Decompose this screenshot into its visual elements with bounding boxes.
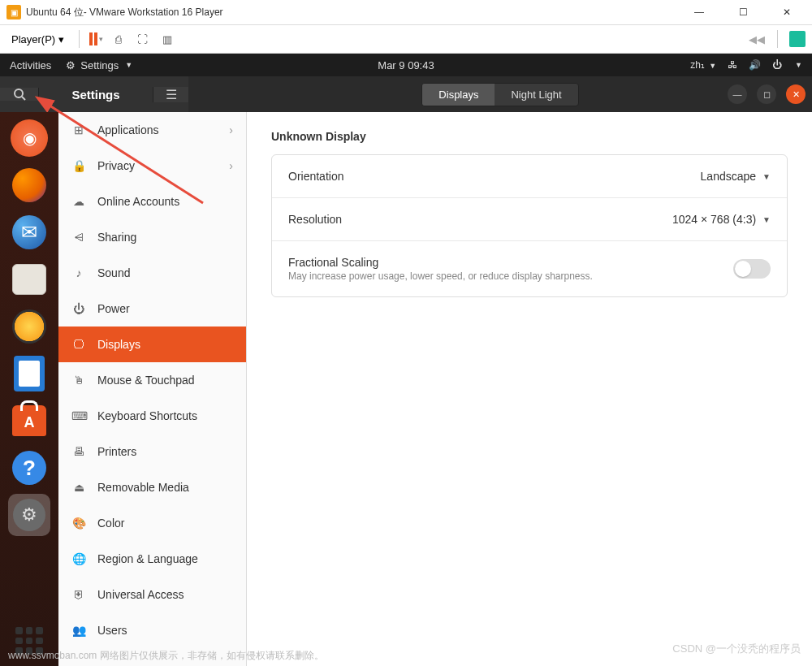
- tab-night-light[interactable]: Night Light: [495, 84, 577, 106]
- universal-access-icon: ⛨: [71, 588, 86, 601]
- writer-icon: [14, 356, 45, 391]
- window-minimize-button[interactable]: —: [728, 84, 747, 104]
- chevron-down-icon: ▼: [762, 172, 771, 181]
- sidebar-item-region-language[interactable]: 🌐Region & Language: [58, 541, 246, 577]
- maximize-button[interactable]: ☐: [724, 0, 762, 24]
- vmware-titlebar: ▣ Ubuntu 64 位- VMware Workstation 16 Pla…: [0, 0, 812, 24]
- window-maximize-button[interactable]: ◻: [757, 84, 776, 104]
- sidebar-item-sharing[interactable]: ⩤Sharing: [58, 219, 246, 255]
- sidebar-item-label: Universal Access: [97, 588, 184, 601]
- dock-help[interactable]: ?: [8, 447, 50, 489]
- system-tray[interactable]: zh₁ ▼ 🖧 🔊 ⏻ ▼: [690, 59, 802, 71]
- users-icon: 👥: [71, 624, 86, 637]
- dock-files[interactable]: [8, 258, 50, 301]
- svg-line-1: [22, 97, 25, 100]
- chevron-right-icon: ›: [229, 159, 233, 172]
- thunderbird-icon: ✉: [12, 215, 46, 249]
- dock-ubuntu-software[interactable]: [8, 400, 50, 442]
- sidebar-item-label: Power: [97, 302, 130, 315]
- sidebar-item-label: Applications: [97, 123, 159, 136]
- search-button[interactable]: [0, 88, 39, 101]
- pause-icon[interactable]: ▾: [89, 32, 103, 45]
- sound-icon: ♪: [71, 266, 86, 279]
- sidebar-item-color[interactable]: 🎨Color: [58, 505, 246, 541]
- sidebar-item-universal-access[interactable]: ⛨Universal Access: [58, 577, 246, 612]
- sidebar-item-sound[interactable]: ♪Sound: [58, 255, 246, 291]
- app-menu-label: Settings: [80, 59, 119, 71]
- sidebar-item-displays[interactable]: 🖵Displays: [58, 327, 246, 362]
- settings-headerbar: Settings ☰ Displays Night Light — ◻ ✕: [0, 76, 812, 112]
- dock-rhythmbox[interactable]: [8, 305, 50, 348]
- color-icon: 🎨: [71, 517, 86, 530]
- sidebar-item-online-accounts[interactable]: ☁Online Accounts: [58, 184, 246, 219]
- search-icon: [13, 88, 26, 101]
- chevron-down-icon: ▼: [762, 215, 771, 224]
- settings-content: Unknown Display Orientation Landscape ▼ …: [247, 112, 812, 666]
- sharing-icon: ⩤: [71, 231, 86, 244]
- volume-icon: 🔊: [749, 59, 761, 71]
- dock-settings[interactable]: ⚙: [8, 494, 50, 536]
- view-switcher: Displays Night Light: [421, 83, 578, 106]
- close-button[interactable]: ✕: [768, 0, 806, 24]
- sidebar-item-users[interactable]: 👥Users: [58, 612, 246, 648]
- dock-show-applications[interactable]: ◉: [8, 117, 50, 159]
- hamburger-menu[interactable]: ☰: [153, 87, 188, 102]
- scaling-label: Fractional Scaling: [288, 256, 733, 269]
- send-ctrl-alt-del-icon[interactable]: ⎙: [110, 30, 127, 48]
- chevron-down-icon: ▼: [795, 61, 802, 69]
- app-menu[interactable]: ⚙ Settings ▼: [66, 59, 132, 71]
- sidebar-item-applications[interactable]: ⊞Applications›: [58, 112, 246, 148]
- keyboard-shortcuts-icon: ⌨: [71, 409, 86, 422]
- sidebar-item-label: Sound: [97, 266, 130, 279]
- resolution-label: Resolution: [288, 213, 672, 226]
- sidebar-item-mouse-touchpad[interactable]: 🖱Mouse & Touchpad: [58, 362, 246, 398]
- printers-icon: 🖶: [71, 445, 86, 458]
- orientation-row[interactable]: Orientation Landscape ▼: [272, 155, 787, 198]
- gear-icon: ⚙: [66, 59, 76, 71]
- removable-media-icon: ⏏: [71, 481, 86, 494]
- minimize-button[interactable]: —: [680, 0, 718, 24]
- player-menu[interactable]: Player(P) ▾: [6, 32, 69, 47]
- settings-title: Settings: [39, 88, 153, 102]
- applications-icon: ⊞: [71, 123, 86, 136]
- fullscreen-icon[interactable]: ⛶: [134, 30, 152, 48]
- rewind-icon[interactable]: ◀◀: [748, 30, 766, 48]
- clock[interactable]: Mar 9 09:43: [378, 59, 434, 71]
- power-icon: ⏻: [772, 59, 782, 71]
- firefox-icon: [12, 168, 46, 202]
- dock-firefox[interactable]: [8, 164, 50, 206]
- scaling-sublabel: May increase power usage, lower speed, o…: [288, 270, 733, 282]
- software-icon: [12, 405, 46, 436]
- sidebar-item-label: Online Accounts: [97, 195, 179, 208]
- chevron-right-icon: ›: [229, 123, 233, 136]
- unity-icon[interactable]: ▥: [158, 30, 176, 48]
- dock-thunderbird[interactable]: ✉: [8, 211, 50, 253]
- tab-displays[interactable]: Displays: [422, 84, 495, 106]
- resolution-row[interactable]: Resolution 1024 × 768 (4:3) ▼: [272, 198, 787, 241]
- notes-icon[interactable]: [789, 31, 806, 47]
- orientation-value: Landscape: [701, 170, 757, 183]
- files-icon: [12, 264, 46, 295]
- sidebar-item-keyboard-shortcuts[interactable]: ⌨Keyboard Shortcuts: [58, 398, 246, 434]
- display-panel: Orientation Landscape ▼ Resolution 1024 …: [271, 154, 788, 297]
- vmware-icon: ▣: [6, 5, 21, 19]
- orientation-label: Orientation: [288, 170, 701, 183]
- sidebar-item-privacy[interactable]: 🔒Privacy›: [58, 148, 246, 184]
- input-method-indicator[interactable]: zh₁ ▼: [690, 59, 716, 71]
- activities-button[interactable]: Activities: [10, 59, 51, 71]
- window-close-button[interactable]: ✕: [786, 84, 806, 104]
- display-section-title: Unknown Display: [271, 130, 788, 143]
- help-icon: ?: [12, 451, 46, 485]
- displays-icon: 🖵: [71, 338, 86, 351]
- sidebar-item-removable-media[interactable]: ⏏Removable Media: [58, 469, 246, 505]
- fractional-scaling-switch[interactable]: [733, 259, 771, 279]
- sidebar-item-power[interactable]: ⏻Power: [58, 291, 246, 327]
- mouse-touchpad-icon: 🖱: [71, 374, 86, 387]
- vmware-window-title: Ubuntu 64 位- VMware Workstation 16 Playe…: [26, 6, 680, 19]
- network-icon: 🖧: [728, 59, 737, 71]
- sidebar-item-label: Privacy: [97, 159, 135, 172]
- power-icon: ⏻: [71, 302, 86, 315]
- watermark-left: www.ssvmoban.com 网络图片仅供展示，非存储，如有侵权请联系删除。: [8, 649, 324, 663]
- dock-libreoffice-writer[interactable]: [8, 352, 50, 395]
- sidebar-item-printers[interactable]: 🖶Printers: [58, 434, 246, 469]
